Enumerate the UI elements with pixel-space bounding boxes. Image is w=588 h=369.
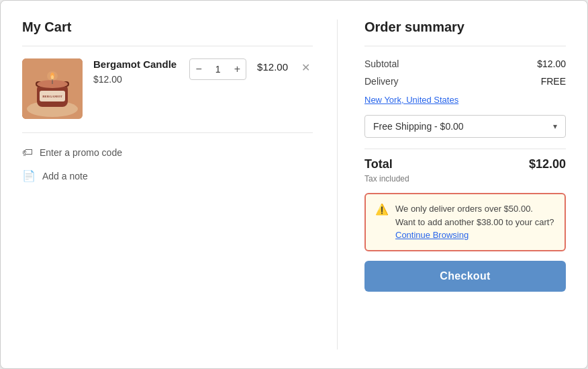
svg-point-10 [47, 71, 58, 81]
total-row: Total $12.00 [364, 157, 566, 171]
product-name: Bergamot Candle [93, 58, 179, 70]
cart-window: My Cart BERGAMOT [0, 0, 588, 369]
cart-divider [22, 46, 313, 46]
svg-text:BERGAMOT: BERGAMOT [42, 95, 62, 98]
order-summary-panel: Order summary Subtotal $12.00 Delivery F… [364, 19, 566, 350]
delivery-location-link[interactable]: New York, United States [364, 95, 458, 105]
warning-box: ⚠️ We only deliver orders over $50.00. W… [364, 193, 566, 251]
remove-item-button[interactable]: ✕ [299, 58, 313, 77]
delivery-section: Delivery FREE New York, United States [364, 76, 566, 106]
quantity-value: 1 [207, 64, 229, 75]
total-label: Total [364, 157, 393, 171]
subtotal-label: Subtotal [364, 58, 399, 69]
warning-icon: ⚠️ [375, 203, 389, 216]
item-total-price: $12.00 [257, 58, 288, 73]
subtotal-value: $12.00 [537, 58, 566, 69]
delivery-value: FREE [541, 76, 566, 87]
warning-text-content: We only deliver orders over $50.00. Want… [395, 204, 554, 227]
note-label: Add a note [42, 171, 88, 181]
tag-icon: 🏷 [22, 147, 33, 159]
order-summary-title: Order summary [364, 19, 566, 35]
cart-title: My Cart [22, 19, 313, 35]
product-price-below: $12.00 [93, 74, 179, 85]
warning-message: We only deliver orders over $50.00. Want… [395, 202, 555, 242]
total-divider [364, 149, 566, 149]
quantity-control: − 1 + [189, 58, 246, 80]
chevron-down-icon: ▾ [553, 122, 557, 131]
continue-browsing-link[interactable]: Continue Browsing [395, 230, 469, 240]
delivery-label: Delivery [364, 76, 399, 87]
cart-item: BERGAMOT Bergamot Candle $12.00 [22, 58, 313, 133]
note-icon: 📄 [22, 169, 36, 182]
total-value: $12.00 [529, 157, 566, 171]
cart-item-controls: − 1 + $12.00 ✕ [189, 58, 313, 80]
product-details: Bergamot Candle $12.00 [93, 58, 179, 85]
cart-panel: My Cart BERGAMOT [22, 19, 338, 350]
promo-label: Enter a promo code [40, 147, 122, 158]
tax-note: Tax included [364, 174, 566, 183]
quantity-increase-button[interactable]: + [229, 59, 246, 79]
promo-code-row[interactable]: 🏷 Enter a promo code [22, 147, 313, 159]
quantity-decrease-button[interactable]: − [190, 59, 207, 79]
delivery-row: Delivery FREE [364, 76, 566, 87]
subtotal-row: Subtotal $12.00 [364, 58, 566, 69]
summary-divider [364, 46, 566, 46]
add-note-row[interactable]: 📄 Add a note [22, 169, 313, 182]
product-image: BERGAMOT [22, 58, 83, 119]
checkout-button[interactable]: Checkout [364, 261, 566, 292]
shipping-option-label: Free Shipping - $0.00 [373, 121, 464, 132]
shipping-dropdown[interactable]: Free Shipping - $0.00 ▾ [364, 115, 566, 138]
